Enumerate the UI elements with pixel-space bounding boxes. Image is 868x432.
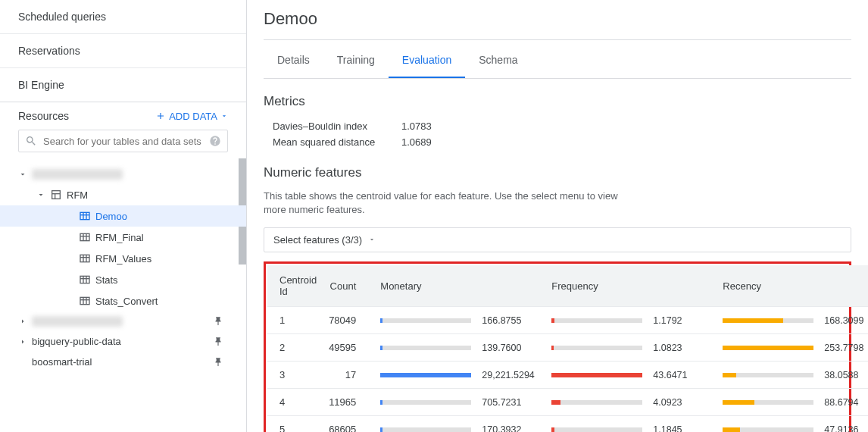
left-nav-menu: Scheduled queries Reservations BI Engine bbox=[0, 0, 246, 102]
chevron-right-icon bbox=[18, 337, 27, 346]
features-heading: Numeric features bbox=[264, 165, 851, 180]
pin-icon[interactable] bbox=[213, 337, 223, 347]
cell-centroid-id: 4 bbox=[267, 389, 323, 416]
cell-frequency: 4.0923 bbox=[545, 389, 717, 416]
tab-details[interactable]: Details bbox=[264, 43, 323, 78]
col-count[interactable]: Count bbox=[323, 265, 374, 307]
cell-frequency: 1.0823 bbox=[545, 334, 717, 362]
feature-value: 1.0823 bbox=[653, 343, 710, 353]
nav-scheduled-queries[interactable]: Scheduled queries bbox=[0, 0, 246, 34]
highlight-annotation: Centroid Id Count Monetary Frequency Rec… bbox=[264, 261, 851, 432]
svg-rect-7 bbox=[80, 233, 89, 240]
dataset-icon bbox=[50, 189, 62, 201]
tab-training[interactable]: Training bbox=[323, 43, 389, 78]
tab-evaluation[interactable]: Evaluation bbox=[389, 43, 465, 78]
feature-bar bbox=[723, 400, 813, 405]
chevron-right-icon bbox=[18, 317, 27, 326]
tree-project-blurred-2[interactable] bbox=[0, 311, 246, 331]
cell-centroid-id: 5 bbox=[267, 416, 323, 432]
tab-bar: Details Training Evaluation Schema bbox=[264, 43, 851, 79]
search-input[interactable] bbox=[43, 136, 221, 147]
tree-table-rfm-final[interactable]: RFM_Final bbox=[0, 227, 246, 248]
blurred-text bbox=[32, 316, 123, 327]
svg-rect-15 bbox=[80, 276, 89, 283]
feature-bar bbox=[723, 318, 813, 323]
table-icon bbox=[79, 210, 91, 222]
cell-count: 68605 bbox=[323, 416, 374, 432]
tree-table-demoo[interactable]: Demoo bbox=[0, 205, 246, 227]
tree-table-rfm-values[interactable]: RFM_Values bbox=[0, 248, 246, 269]
table-row: 411965705.72314.092388.6794 bbox=[267, 389, 868, 416]
feature-value: 166.8755 bbox=[482, 315, 539, 326]
feature-bar bbox=[380, 318, 471, 323]
search-icon bbox=[25, 135, 37, 147]
metric-row: Mean squared distance 1.0689 bbox=[264, 134, 851, 150]
cell-monetary: 29,221.5294 bbox=[374, 362, 545, 389]
tree-dataset-rfm[interactable]: RFM bbox=[0, 184, 246, 205]
metric-value: 1.0689 bbox=[401, 136, 432, 148]
caret-down-icon bbox=[220, 112, 228, 120]
cell-monetary: 170.3932 bbox=[374, 416, 545, 432]
cell-frequency: 1.1845 bbox=[545, 416, 717, 432]
feature-value: 43.6471 bbox=[653, 370, 710, 380]
feature-value: 29,221.5294 bbox=[482, 370, 539, 380]
table-row: 249595139.76001.0823253.7798 bbox=[267, 334, 868, 362]
add-data-button[interactable]: ADD DATA bbox=[155, 111, 228, 122]
metrics-heading: Metrics bbox=[264, 94, 851, 109]
table-icon bbox=[79, 295, 91, 307]
cell-frequency: 43.6471 bbox=[545, 362, 717, 389]
tree-label: Demoo bbox=[95, 211, 127, 222]
feature-value: 4.0923 bbox=[653, 397, 710, 408]
help-icon[interactable] bbox=[209, 135, 221, 147]
col-monetary[interactable]: Monetary bbox=[374, 265, 545, 307]
table-row: 31729,221.529443.647138.0588 bbox=[267, 362, 868, 389]
plus-icon bbox=[155, 111, 166, 121]
col-frequency[interactable]: Frequency bbox=[545, 265, 717, 307]
cell-count: 11965 bbox=[323, 389, 374, 416]
cell-count: 78049 bbox=[323, 307, 374, 334]
feature-bar bbox=[723, 427, 813, 432]
nav-reservations[interactable]: Reservations bbox=[0, 34, 246, 68]
centroid-table: Centroid Id Count Monetary Frequency Rec… bbox=[267, 265, 868, 432]
metric-label: Davies–Bouldin index bbox=[273, 121, 401, 132]
feature-bar bbox=[723, 346, 813, 350]
metric-label: Mean squared distance bbox=[273, 136, 401, 148]
search-input-wrap[interactable] bbox=[18, 130, 228, 152]
cell-recency: 38.0588 bbox=[717, 362, 868, 389]
feature-bar bbox=[551, 346, 642, 350]
tab-schema[interactable]: Schema bbox=[465, 43, 531, 78]
cell-recency: 88.6794 bbox=[717, 389, 868, 416]
cell-centroid-id: 2 bbox=[267, 334, 323, 362]
svg-rect-0 bbox=[52, 191, 61, 199]
nav-bi-engine[interactable]: BI Engine bbox=[0, 68, 246, 102]
feature-bar bbox=[723, 373, 813, 377]
col-recency[interactable]: Recency bbox=[717, 265, 868, 307]
svg-rect-11 bbox=[80, 255, 89, 261]
tree-label: boosmart-trial bbox=[32, 356, 92, 368]
cell-recency: 253.7798 bbox=[717, 334, 868, 362]
col-centroid-id[interactable]: Centroid Id bbox=[267, 265, 323, 307]
pin-icon[interactable] bbox=[213, 357, 223, 368]
tree-project-boosmart[interactable]: boosmart-trial bbox=[0, 352, 246, 372]
resources-label: Resources bbox=[18, 110, 69, 122]
cell-frequency: 1.1792 bbox=[545, 307, 717, 334]
pin-icon[interactable] bbox=[213, 316, 223, 327]
tree-label: bigquery-public-data bbox=[32, 336, 121, 347]
select-features-dropdown[interactable]: Select features (3/3) bbox=[264, 227, 851, 252]
tree-project-bigquery-public[interactable]: bigquery-public-data bbox=[0, 331, 246, 352]
metric-row: Davies–Bouldin index 1.0783 bbox=[264, 118, 851, 134]
feature-bar bbox=[551, 318, 642, 323]
metric-value: 1.0783 bbox=[401, 121, 432, 132]
tree-table-stats[interactable]: Stats bbox=[0, 269, 246, 290]
cell-centroid-id: 3 bbox=[267, 362, 323, 389]
sidebar: Scheduled queries Reservations BI Engine… bbox=[0, 0, 247, 432]
feature-value: 139.7600 bbox=[482, 343, 539, 353]
feature-bar bbox=[551, 373, 642, 377]
tree-label: Stats_Convert bbox=[95, 296, 158, 307]
tree-project-blurred[interactable] bbox=[0, 164, 246, 184]
resource-tree: RFM Demoo RFM_Final RFM_Values Stats Sta… bbox=[0, 158, 246, 432]
feature-value: 168.3099 bbox=[824, 315, 868, 326]
feature-bar bbox=[380, 400, 471, 405]
feature-bar bbox=[551, 427, 642, 432]
tree-table-stats-convert[interactable]: Stats_Convert bbox=[0, 290, 246, 311]
